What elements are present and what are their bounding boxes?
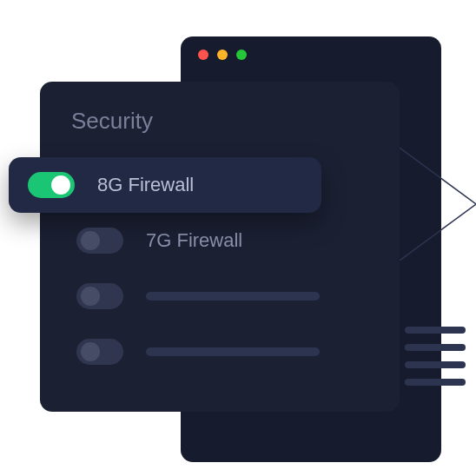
- toggle-placeholder[interactable]: [76, 283, 123, 309]
- toggle-knob: [51, 175, 70, 195]
- maximize-icon[interactable]: [236, 50, 247, 60]
- setting-row-7g-firewall[interactable]: 7G Firewall: [61, 213, 379, 268]
- placeholder-text: [146, 292, 320, 301]
- toggle-8g-firewall[interactable]: [28, 172, 75, 198]
- setting-label: 7G Firewall: [146, 229, 242, 252]
- minimize-icon[interactable]: [217, 50, 228, 60]
- background-placeholder-lines: [405, 327, 466, 386]
- setting-row-8g-firewall[interactable]: 8G Firewall: [9, 157, 321, 213]
- setting-label: 8G Firewall: [97, 174, 194, 196]
- close-icon[interactable]: [198, 50, 208, 60]
- security-panel: Security 8G Firewall 7G Firewall: [40, 82, 400, 412]
- settings-list: 8G Firewall 7G Firewall: [61, 157, 379, 380]
- toggle-placeholder[interactable]: [76, 339, 123, 365]
- placeholder-text: [146, 347, 320, 356]
- setting-row-placeholder[interactable]: [61, 268, 379, 324]
- toggle-knob: [81, 342, 100, 361]
- toggle-7g-firewall[interactable]: [76, 228, 123, 254]
- panel-title: Security: [71, 108, 379, 135]
- window-controls: [198, 50, 247, 60]
- toggle-knob: [81, 287, 100, 306]
- setting-row-placeholder[interactable]: [61, 324, 379, 380]
- toggle-knob: [81, 231, 100, 250]
